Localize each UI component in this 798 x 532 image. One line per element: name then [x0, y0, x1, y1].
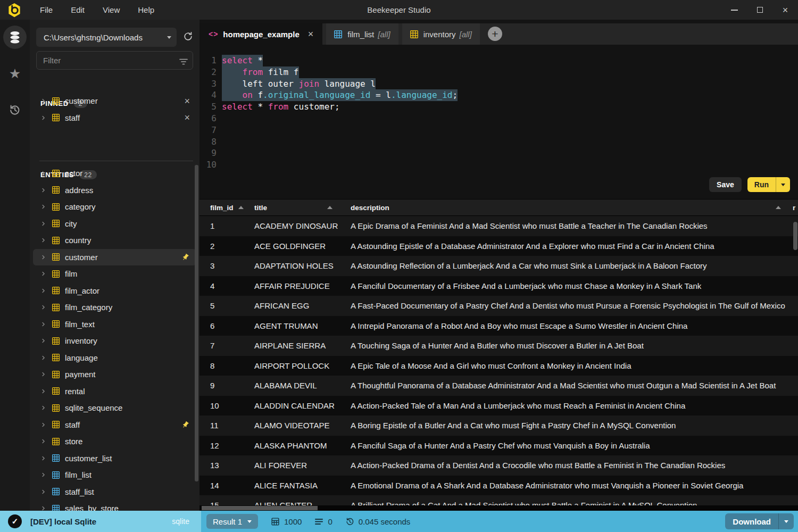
unpin-button[interactable]: ×	[182, 96, 192, 106]
menu-edit[interactable]: Edit	[62, 0, 94, 20]
download-options-button[interactable]	[778, 513, 794, 529]
code-line[interactable]: on f.original_language_id = l.language_i…	[222, 89, 798, 101]
results-horizontal-scroll-track[interactable]	[200, 505, 798, 511]
menu-file[interactable]: File	[31, 0, 62, 20]
cell-film-id[interactable]: 10	[200, 401, 244, 410]
cell-description[interactable]: A Fast-Paced Documentary of a Pastry Che…	[340, 301, 788, 310]
run-label[interactable]: Run	[747, 177, 776, 192]
entity-item-sales_by_store[interactable]: sales_by_store	[33, 500, 196, 511]
table-row[interactable]: 1 ACADEMY DINOSAUR A Epic Drama of a Fem…	[200, 216, 798, 236]
connection-status-section[interactable]: ✓ [DEV] local Sqlite sqlite	[0, 511, 201, 532]
cell-description[interactable]: A Epic Drama of a Feminist And a Mad Sci…	[340, 221, 788, 230]
code-line[interactable]	[222, 159, 798, 171]
cell-description[interactable]: A Astounding Reflection of a Lumberjack …	[340, 261, 788, 270]
close-button[interactable]: ×	[772, 0, 798, 20]
chevron-right-icon[interactable]	[40, 438, 51, 444]
tab-film_list[interactable]: film_list [all]	[326, 23, 398, 45]
entity-item-staff[interactable]: staff	[33, 417, 196, 434]
code-line[interactable]: from film f	[222, 66, 798, 78]
refresh-button[interactable]	[181, 31, 194, 44]
column-header-film_id[interactable]: film_id	[200, 204, 244, 212]
cell-title[interactable]: AIRPLANE SIERRA	[244, 341, 340, 350]
cell-title[interactable]: ALADDIN CALENDAR	[244, 401, 340, 410]
entity-item-payment[interactable]: payment	[33, 366, 196, 383]
menu-view[interactable]: View	[94, 0, 129, 20]
cell-title[interactable]: ALASKA PHANTOM	[244, 441, 340, 450]
table-row[interactable]: 9 ALABAMA DEVIL A Thoughtful Panorama of…	[200, 376, 798, 396]
chevron-right-icon[interactable]	[40, 489, 51, 495]
history-panel-button[interactable]	[3, 98, 27, 121]
entity-item-category[interactable]: category	[33, 198, 196, 215]
cell-title[interactable]: ACADEMY DINOSAUR	[244, 221, 340, 230]
table-row[interactable]: 15 ALIEN CENTER A Brilliant Drama of a C…	[200, 495, 798, 505]
download-button[interactable]: Download	[725, 513, 794, 529]
chevron-right-icon[interactable]	[40, 98, 51, 104]
favorites-panel-button[interactable]: ★	[3, 62, 27, 85]
cell-film-id[interactable]: 4	[200, 281, 244, 290]
cell-description[interactable]: A Intrepid Panorama of a Robot And a Boy…	[340, 321, 788, 330]
cell-description[interactable]: A Emotional Drama of a A Shark And a Dat…	[340, 481, 788, 490]
entity-item-rental[interactable]: rental	[33, 383, 196, 400]
chevron-right-icon[interactable]	[40, 371, 51, 377]
column-header-r[interactable]: r	[788, 204, 798, 212]
chevron-right-icon[interactable]	[40, 237, 51, 243]
entity-item-staff_list[interactable]: staff_list	[33, 484, 196, 501]
cell-description[interactable]: A Fanciful Saga of a Hunter And a Pastry…	[340, 441, 788, 450]
entity-item-customer[interactable]: customer	[33, 249, 196, 266]
chevron-right-icon[interactable]	[40, 115, 51, 121]
entity-item-store[interactable]: store	[33, 433, 196, 450]
table-row[interactable]: 3 ADAPTATION HOLES A Astounding Reflecti…	[200, 256, 798, 276]
save-button[interactable]: Save	[709, 177, 742, 192]
filter-input[interactable]	[36, 51, 193, 70]
entity-item-country[interactable]: country	[33, 232, 196, 249]
maximize-button[interactable]	[747, 0, 772, 20]
chevron-right-icon[interactable]	[40, 304, 51, 310]
chevron-right-icon[interactable]	[40, 405, 51, 411]
entity-item-customer_list[interactable]: customer_list	[33, 450, 196, 467]
table-row[interactable]: 5 AFRICAN EGG A Fast-Paced Documentary o…	[200, 296, 798, 316]
result-selector-button[interactable]: Result 1	[206, 514, 258, 529]
cell-title[interactable]: ALAMO VIDEOTAPE	[244, 421, 340, 430]
chevron-right-icon[interactable]	[40, 338, 51, 344]
cell-film-id[interactable]: 13	[200, 461, 244, 470]
chevron-right-icon[interactable]	[40, 288, 51, 294]
column-header-description[interactable]: description	[340, 204, 788, 212]
chevron-right-icon[interactable]	[40, 422, 51, 428]
cell-title[interactable]: ACE GOLDFINGER	[244, 242, 340, 251]
cell-description[interactable]: A Brilliant Drama of a Cat And a Mad Sci…	[340, 501, 788, 505]
code-line[interactable]	[222, 147, 798, 159]
cell-film-id[interactable]: 9	[200, 381, 244, 390]
entity-item-film_text[interactable]: film_text	[33, 316, 196, 333]
cell-title[interactable]: AFRICAN EGG	[244, 301, 340, 310]
cell-title[interactable]: AIRPORT POLLOCK	[244, 361, 340, 370]
entity-item-film_actor[interactable]: film_actor	[33, 282, 196, 300]
pinned-item-staff[interactable]: staff ×	[33, 110, 196, 127]
results-vertical-scrollbar[interactable]	[793, 222, 797, 250]
entity-item-language[interactable]: language	[33, 350, 196, 367]
cell-title[interactable]: ALICE FANTASIA	[244, 481, 340, 490]
menu-help[interactable]: Help	[129, 0, 163, 20]
table-row[interactable]: 12 ALASKA PHANTOM A Fanciful Saga of a H…	[200, 436, 798, 456]
cell-film-id[interactable]: 14	[200, 481, 244, 490]
table-row[interactable]: 8 AIRPORT POLLOCK A Epic Tale of a Moose…	[200, 356, 798, 376]
table-row[interactable]: 13 ALI FOREVER A Action-Packed Drama of …	[200, 455, 798, 476]
new-tab-button[interactable]: +	[488, 27, 502, 41]
cell-film-id[interactable]: 1	[200, 221, 244, 230]
code-line[interactable]: select * from customer;	[222, 101, 798, 113]
cell-title[interactable]: ALABAMA DEVIL	[244, 381, 340, 390]
table-row[interactable]: 6 AGENT TRUMAN A Intrepid Panorama of a …	[200, 316, 798, 336]
chevron-right-icon[interactable]	[40, 388, 51, 394]
cell-film-id[interactable]: 11	[200, 421, 244, 430]
cell-film-id[interactable]: 15	[200, 501, 244, 505]
cell-description[interactable]: A Boring Epistle of a Butler And a Cat w…	[340, 421, 788, 430]
table-row[interactable]: 14 ALICE FANTASIA A Emotional Drama of a…	[200, 476, 798, 496]
chevron-right-icon[interactable]	[40, 221, 51, 227]
entity-item-sqlite_sequence[interactable]: sqlite_sequence	[33, 400, 196, 417]
code-line[interactable]: select *	[222, 55, 798, 66]
cell-film-id[interactable]: 2	[200, 242, 244, 251]
cell-title[interactable]: ADAPTATION HOLES	[244, 261, 340, 270]
tab-close-icon[interactable]: ×	[308, 29, 314, 39]
tab-homepage_example[interactable]: <>homepage_example ×	[200, 23, 322, 45]
run-options-button[interactable]	[776, 177, 790, 192]
table-row[interactable]: 7 AIRPLANE SIERRA A Touching Saga of a H…	[200, 336, 798, 356]
